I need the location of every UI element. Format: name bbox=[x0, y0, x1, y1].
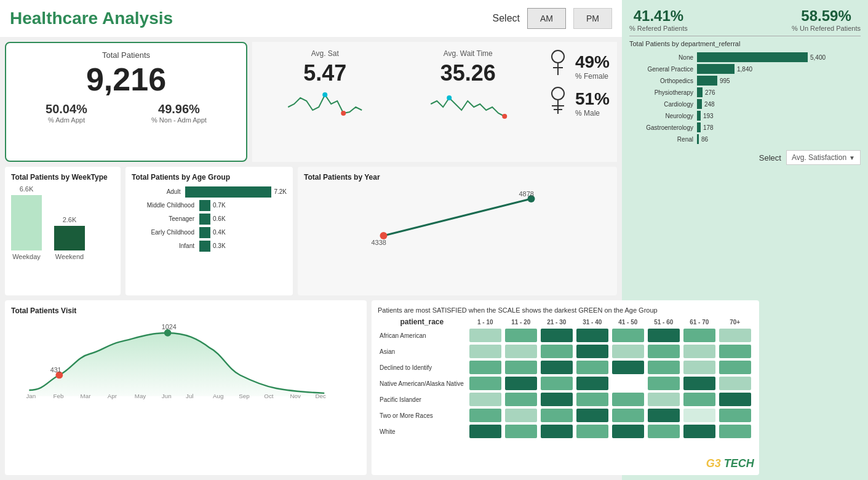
age-bar bbox=[199, 241, 210, 252]
heat-cell bbox=[717, 343, 753, 359]
dept-label: General Practice bbox=[629, 66, 697, 73]
heatmap-col-header: 31 - 40 bbox=[575, 316, 610, 327]
chevron-down-icon: ▼ bbox=[849, 154, 855, 161]
heat-cell-block bbox=[469, 377, 501, 390]
dept-value: 995 bbox=[720, 78, 730, 84]
heat-cell bbox=[539, 375, 575, 391]
age-value: 0.6K bbox=[213, 215, 226, 222]
dept-value: 1,840 bbox=[737, 66, 752, 73]
total-patients-value: 9,216 bbox=[14, 62, 239, 97]
heatmap-col-header: 51 - 60 bbox=[646, 316, 682, 327]
heat-cell bbox=[503, 375, 539, 391]
heat-cell-block bbox=[612, 409, 644, 422]
heat-cell bbox=[610, 423, 646, 439]
age-bar-wrap: 7.2K bbox=[185, 186, 287, 198]
svg-point-0 bbox=[322, 92, 327, 97]
heat-cell bbox=[717, 375, 753, 391]
dept-chart-title: Total Patients by department_referral bbox=[629, 40, 861, 47]
age-bar-row: Adult 7.2K bbox=[132, 186, 287, 198]
dept-row: Cardiology 248 bbox=[629, 99, 861, 109]
dept-value: 276 bbox=[705, 89, 715, 96]
metric-select-area: Select Avg. Satisfaction ▼ bbox=[629, 150, 861, 165]
heat-cell bbox=[610, 359, 646, 375]
dept-value: 248 bbox=[704, 101, 715, 108]
svg-point-7 bbox=[552, 87, 564, 100]
total-patients-title: Total Patients bbox=[14, 50, 239, 60]
total-patients-card: Total Patients 9,216 50.04% % Adm Appt 4… bbox=[5, 42, 247, 162]
referred-pct: 41.41% bbox=[629, 7, 688, 25]
heat-cell bbox=[539, 343, 575, 359]
svg-text:Mar: Mar bbox=[81, 393, 92, 399]
dept-row: Physiotherapy 276 bbox=[629, 87, 861, 97]
non-adm-appt-item: 49.96% % Non - Adm Appt bbox=[151, 102, 207, 124]
heat-cell bbox=[503, 407, 539, 423]
toggle-pm-button[interactable]: PM bbox=[573, 8, 612, 29]
heatmap-col-header: 70+ bbox=[717, 316, 753, 327]
header-select-area: Select AM PM bbox=[493, 8, 612, 29]
year-line-chart: 4338 4878 bbox=[304, 186, 611, 248]
heat-cell-block bbox=[469, 409, 501, 422]
svg-text:431: 431 bbox=[50, 366, 62, 374]
metric-dropdown[interactable]: Avg. Satisfaction ▼ bbox=[786, 150, 861, 165]
toggle-am-button[interactable]: AM bbox=[527, 8, 566, 29]
heat-cell bbox=[468, 327, 503, 343]
unreferred-stat: 58.59% % Un Refered Patients bbox=[792, 7, 861, 32]
dept-bar bbox=[697, 134, 699, 144]
avg-sat-item: Avg. Sat 5.47 bbox=[260, 49, 390, 119]
heat-cell-block bbox=[683, 377, 715, 390]
heat-cell bbox=[539, 359, 575, 375]
age-value: 0.7K bbox=[213, 202, 226, 209]
weekday-bar-group: 6.6K Weekday bbox=[11, 185, 42, 260]
heat-cell bbox=[610, 375, 646, 391]
dropdown-value: Avg. Satisfaction bbox=[792, 153, 846, 162]
svg-text:Dec: Dec bbox=[316, 393, 327, 399]
heat-cell-block bbox=[541, 361, 573, 374]
dept-bar-wrap: 276 bbox=[697, 87, 861, 97]
age-bar-row: Early Childhood 0.4K bbox=[132, 227, 287, 238]
age-bar-wrap: 0.3K bbox=[199, 241, 226, 252]
heat-cell bbox=[610, 407, 646, 423]
heat-cell-block bbox=[719, 361, 751, 374]
male-icon bbox=[546, 86, 570, 121]
male-label: % Male bbox=[575, 109, 610, 118]
dept-bar bbox=[697, 111, 701, 121]
svg-point-4 bbox=[552, 50, 564, 63]
heat-cell bbox=[575, 423, 610, 439]
heat-cell-block bbox=[683, 425, 715, 438]
weektype-bars: 6.6K Weekday 2.6K Weekend bbox=[11, 186, 114, 260]
dept-bar-wrap: 5,400 bbox=[697, 52, 861, 62]
heat-cell bbox=[682, 407, 717, 423]
heat-cell-block bbox=[683, 361, 715, 374]
age-group-label: Adult bbox=[132, 188, 185, 195]
heat-cell bbox=[682, 423, 717, 439]
heat-cell-block bbox=[719, 425, 751, 438]
heat-cell-block bbox=[576, 329, 608, 342]
weektype-card: Total Patients by WeekType 6.6K Weekday … bbox=[5, 167, 121, 296]
heat-cell-block bbox=[505, 345, 537, 358]
weekday-label: Weekday bbox=[12, 253, 41, 260]
female-item: 49% % Female bbox=[546, 49, 610, 84]
dept-label: Gastroenterology bbox=[629, 124, 697, 131]
dept-bar bbox=[697, 76, 717, 86]
heatmap-container: patient_race1 - 1011 - 2021 - 3031 - 404… bbox=[378, 316, 753, 439]
heat-cell-block bbox=[612, 377, 644, 390]
heat-cell-block bbox=[541, 425, 573, 438]
heatmap-row: Asian bbox=[378, 343, 753, 359]
race-label: Pacific Islander bbox=[378, 391, 468, 407]
heatmap-card: Patients are most SATISFIED when the SCA… bbox=[372, 300, 759, 475]
heat-cell-block bbox=[648, 361, 680, 374]
weekend-value: 2.6K bbox=[63, 216, 77, 223]
dept-label: Physiotherapy bbox=[629, 89, 697, 96]
heat-cell bbox=[682, 391, 717, 407]
heat-cell bbox=[468, 375, 503, 391]
agegroup-card: Total Patients by Age Group Adult 7.2K M… bbox=[125, 167, 293, 296]
heatmap-col-header: 1 - 10 bbox=[468, 316, 503, 327]
heat-cell-block bbox=[505, 393, 537, 406]
heatmap-row: Native American/Alaska Native bbox=[378, 375, 753, 391]
female-pct: 49% bbox=[575, 52, 610, 72]
heat-cell-block bbox=[719, 393, 751, 406]
dept-value: 178 bbox=[703, 124, 714, 131]
svg-text:Jun: Jun bbox=[162, 393, 172, 399]
heat-cell-block bbox=[576, 345, 608, 358]
svg-text:Apr: Apr bbox=[108, 393, 117, 399]
